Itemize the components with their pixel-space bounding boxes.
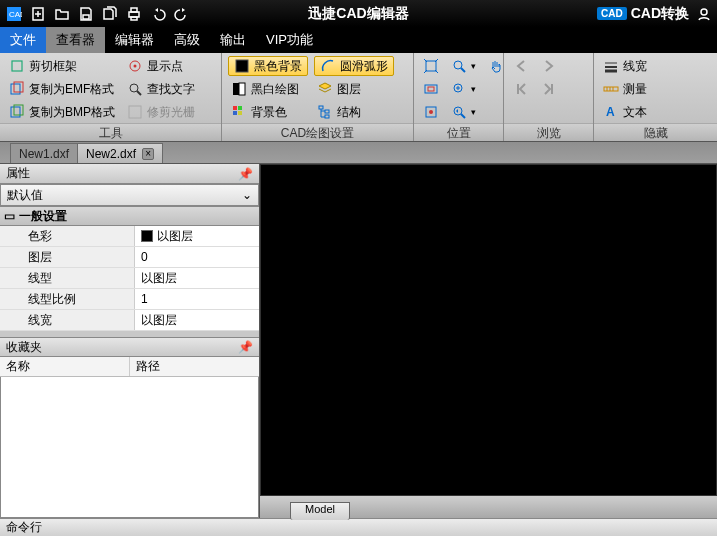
label: 复制为BMP格式 [29, 104, 115, 121]
pin-icon[interactable]: 📌 [238, 340, 253, 354]
zoom-center-button[interactable] [420, 102, 442, 122]
menu-output[interactable]: 输出 [210, 27, 256, 53]
ribbon-group-hide: 线宽 测量 A文本 隐藏 [594, 53, 717, 141]
svg-text:A: A [606, 105, 615, 119]
find-text-button[interactable]: 查找文字 [124, 79, 198, 99]
label: 修剪光栅 [147, 104, 195, 121]
col-name[interactable]: 名称 [0, 357, 130, 376]
next-button [538, 56, 560, 76]
group-caption: 位置 [414, 123, 503, 141]
label: 结构 [337, 104, 361, 121]
redo-icon[interactable] [171, 4, 193, 24]
prop-row-color[interactable]: 色彩以图层 [0, 226, 259, 247]
menu-viewer[interactable]: 查看器 [46, 27, 105, 53]
label: 图层 [0, 247, 135, 267]
favorites-list[interactable] [0, 377, 259, 518]
black-bg-button[interactable]: 黑色背景 [228, 56, 308, 76]
extents-icon [423, 58, 439, 74]
last-button [538, 79, 560, 99]
svg-rect-21 [233, 83, 239, 95]
doc-tab-2[interactable]: New2.dxf× [77, 143, 163, 163]
zoom-extents-button[interactable] [420, 56, 442, 76]
cut-frame-button[interactable]: 剪切框架 [6, 56, 118, 76]
cad-badge: CAD [597, 7, 627, 20]
properties-combo[interactable]: 默认值 ⌄ [0, 184, 259, 206]
value: 以图层 [141, 270, 177, 287]
prop-row-linescale[interactable]: 线型比例1 [0, 289, 259, 310]
arrow-left-icon [513, 58, 529, 74]
arrow-last-icon [541, 81, 557, 97]
menu-editor[interactable]: 编辑器 [105, 27, 164, 53]
text-button[interactable]: A文本 [600, 102, 650, 122]
svg-point-34 [429, 110, 433, 114]
zoom-window-button[interactable] [420, 79, 442, 99]
zoom-prev-button[interactable]: ▾ [448, 102, 479, 122]
title-bar: CAD 迅捷CAD编辑器 CAD CAD转换 [0, 0, 717, 27]
label: 复制为EMF格式 [29, 81, 114, 98]
scissors-icon [127, 104, 143, 120]
svg-line-36 [461, 68, 465, 72]
menu-advanced[interactable]: 高级 [164, 27, 210, 53]
copy-emf-button[interactable]: 复制为EMF格式 [6, 79, 118, 99]
label: 收藏夹 [6, 339, 42, 356]
prop-row-linewidth[interactable]: 线宽以图层 [0, 310, 259, 331]
doc-tab-1[interactable]: New1.dxf [10, 143, 78, 163]
measure-button[interactable]: 测量 [600, 79, 650, 99]
menu-file[interactable]: 文件 [0, 27, 46, 53]
emf-icon [9, 81, 25, 97]
save-all-icon[interactable] [99, 4, 121, 24]
command-line[interactable]: 命令行 [0, 518, 717, 536]
label: 显示点 [147, 58, 183, 75]
drawing-canvas[interactable] [260, 164, 717, 496]
app-logo-icon[interactable]: CAD [3, 4, 25, 24]
left-panel: 属性 📌 默认值 ⌄ ▭ 一般设置 色彩以图层 图层0 线型以图层 线型比例1 … [0, 164, 260, 518]
title-right: CAD CAD转换 [597, 4, 717, 24]
label: 默认值 [7, 187, 43, 204]
smooth-arc-button[interactable]: 圆滑弧形 [314, 56, 394, 76]
label: 一般设置 [19, 208, 67, 225]
save-icon[interactable] [75, 4, 97, 24]
menu-vip[interactable]: VIP功能 [256, 27, 323, 53]
group-caption: 浏览 [504, 123, 593, 141]
svg-line-18 [137, 91, 141, 95]
prop-section-general[interactable]: ▭ 一般设置 [0, 206, 259, 226]
pan-icon [488, 58, 504, 74]
show-point-button[interactable]: 显示点 [124, 56, 198, 76]
svg-rect-20 [236, 60, 248, 72]
layer-button[interactable]: 图层 [314, 79, 394, 99]
prop-row-linetype[interactable]: 线型以图层 [0, 268, 259, 289]
print-icon[interactable] [123, 4, 145, 24]
zoom-realtime-button[interactable]: ▾ [448, 79, 479, 99]
label: 黑色背景 [254, 58, 302, 75]
pin-icon[interactable]: 📌 [238, 167, 253, 181]
value: 以图层 [157, 228, 193, 245]
model-tab[interactable]: Model [290, 502, 350, 520]
ruler-icon [603, 81, 619, 97]
label: 测量 [623, 81, 647, 98]
label: New1.dxf [19, 147, 69, 161]
label: 黑白绘图 [251, 81, 299, 98]
crop-icon [9, 58, 25, 74]
svg-point-9 [701, 9, 707, 15]
new-icon[interactable] [27, 4, 49, 24]
trim-raster-button: 修剪光栅 [124, 102, 198, 122]
user-icon[interactable] [693, 4, 715, 24]
close-icon[interactable]: × [142, 148, 154, 160]
prop-row-layer[interactable]: 图层0 [0, 247, 259, 268]
layout-tabs: Model [260, 496, 717, 518]
linewidth-button[interactable]: 线宽 [600, 56, 650, 76]
prop-grid: 色彩以图层 图层0 线型以图层 线型比例1 线宽以图层 [0, 226, 259, 331]
col-path[interactable]: 路径 [130, 357, 259, 376]
bw-draw-button[interactable]: 黑白绘图 [228, 79, 308, 99]
bg-color-button[interactable]: 背景色 [228, 102, 308, 122]
open-icon[interactable] [51, 4, 73, 24]
copy-bmp-button[interactable]: 复制为BMP格式 [6, 102, 118, 122]
label: 色彩 [0, 226, 135, 246]
first-button [510, 79, 532, 99]
center-icon [423, 104, 439, 120]
structure-button[interactable]: 结构 [314, 102, 394, 122]
value: 以图层 [141, 312, 177, 329]
cad-convert-button[interactable]: CAD转换 [631, 5, 689, 23]
undo-icon[interactable] [147, 4, 169, 24]
zoom-dropdown[interactable]: ▾ [448, 56, 479, 76]
